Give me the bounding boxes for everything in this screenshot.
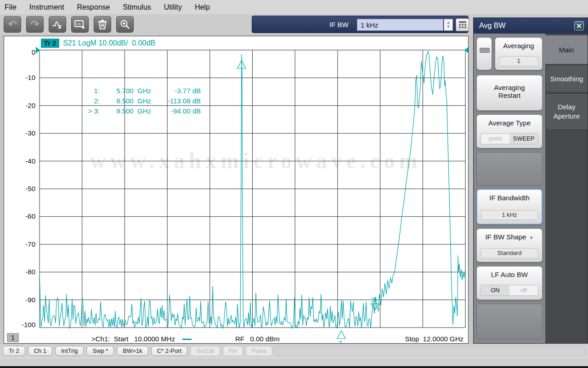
averaging-value: 1: [499, 56, 538, 66]
close-icon: [577, 23, 582, 28]
marker-readout-row: 2:8.500 GHz-113.08 dB: [32, 97, 201, 107]
add-trace-icon: [51, 19, 63, 30]
keypad-icon: [458, 21, 467, 29]
undo-icon: ↶: [8, 20, 17, 29]
menu-bar: FileInstrumentResponseStimulusUtilityHel…: [0, 0, 588, 14]
y-axis-label: -50: [5, 185, 35, 192]
if-bandwidth-value: 1 kHz: [481, 210, 538, 220]
marker-2: 2: [337, 331, 345, 344]
y-axis-label: -60: [5, 212, 35, 220]
ref-level-right-icon: [464, 47, 469, 53]
panel-tab-column: Main Smoothing Delay Aperture: [545, 34, 588, 343]
blank-softkey: [476, 152, 543, 186]
trace-color-dash: [182, 339, 192, 340]
status-button-tr-2[interactable]: Tr 2: [3, 346, 25, 356]
redo-button[interactable]: ↷: [26, 16, 44, 33]
menu-response[interactable]: Response: [77, 3, 110, 11]
tab-smoothing[interactable]: Smoothing: [545, 65, 588, 92]
y-axis-label: -10: [5, 74, 35, 81]
status-button-swp-[interactable]: Swp *: [86, 346, 114, 356]
average-type-point-option[interactable]: point: [481, 134, 509, 144]
panel-close-button[interactable]: [574, 21, 584, 30]
averaging-button[interactable]: Averaging 1: [495, 37, 543, 70]
if-bandwidth-button[interactable]: IF Bandwidth 1 kHz: [476, 189, 543, 225]
start-frequency-text: >Ch1: Start 10.0000 MHz: [91, 335, 175, 343]
ifbw-entry-bar: IF BW ▲ ▼: [252, 16, 469, 33]
bottom-edge: [0, 366, 588, 368]
add-trace-button[interactable]: [49, 16, 66, 33]
average-type-button[interactable]: Average Type point SWEEP: [476, 114, 543, 148]
status-button-srccal[interactable]: SrcCal: [190, 346, 220, 356]
vna-application-window: FileInstrumentResponseStimulusUtilityHel…: [0, 0, 588, 368]
menu-instrument[interactable]: Instrument: [29, 3, 64, 11]
add-channel-button[interactable]: Ch: [71, 16, 89, 33]
panel-title: Avg BW: [479, 22, 506, 29]
lf-auto-bw-off-option[interactable]: off: [509, 285, 538, 295]
lf-auto-bw-on-option[interactable]: ON: [481, 285, 509, 295]
marker-readout-row: > 3:9.500 GHz-94.00 dB: [32, 107, 201, 117]
ifbw-spinner[interactable]: ▲ ▼: [444, 19, 453, 31]
status-button-pulse[interactable]: Pulse: [246, 346, 273, 356]
avg-bw-panel: Avg BW Main Smoothing Delay Aperture Ave…: [473, 17, 588, 344]
y-axis-label: -100: [5, 321, 35, 328]
svg-text:3: 3: [371, 296, 375, 304]
zoom-in-icon: [119, 19, 130, 30]
plot-window: 23 Tr 2 S21 LogM 10.00dB/ 0.00dB 0-10-20…: [4, 36, 469, 344]
if-bw-shape-button[interactable]: IF BW Shape▼ Standard: [476, 228, 543, 262]
y-axis-label: -30: [5, 129, 35, 137]
average-type-sweep-option[interactable]: SWEEP: [509, 134, 538, 144]
averaging-toggle-led: [480, 48, 490, 53]
status-button-c-2-port[interactable]: C* 2-Port: [151, 346, 187, 356]
status-button-ch-1[interactable]: Ch 1: [28, 346, 52, 356]
dropdown-arrow-icon: ▼: [529, 235, 534, 240]
menu-utility[interactable]: Utility: [164, 3, 182, 11]
delete-icon: [97, 19, 107, 30]
panel-header[interactable]: Avg BW: [474, 18, 588, 34]
y-axis-label: -90: [5, 296, 35, 304]
svg-text:2: 2: [339, 340, 342, 344]
trace-badge[interactable]: Tr 2: [41, 39, 59, 48]
y-axis-label: 0: [5, 48, 35, 56]
averaging-restart-button[interactable]: Averaging Restart: [476, 75, 543, 111]
if-bw-shape-value: Standard: [481, 248, 538, 258]
status-button-inttrig[interactable]: IntTrig: [55, 346, 84, 356]
blank-softkey: [476, 304, 543, 340]
average-type-segmented[interactable]: point SWEEP: [481, 133, 538, 144]
y-axis-label: -40: [5, 157, 35, 165]
tab-main[interactable]: Main: [545, 35, 588, 64]
menu-stimulus[interactable]: Stimulus: [123, 3, 151, 11]
menu-help[interactable]: Help: [195, 3, 210, 11]
y-axis-label: -20: [5, 102, 35, 109]
add-channel-icon: Ch: [74, 19, 86, 30]
status-bar: Tr 2Ch 1IntTrigSwp *BW=1kC* 2-PortSrcCal…: [0, 345, 588, 357]
status-empty-section: [275, 346, 585, 356]
panel-body: Main Smoothing Delay Aperture Averaging …: [474, 34, 588, 343]
rf-power-text: RF 0.00 dBm: [235, 335, 280, 343]
svg-text:Ch: Ch: [76, 22, 81, 26]
ifbw-label: IF BW: [329, 21, 349, 28]
status-button-fix[interactable]: Fix: [223, 346, 243, 356]
channel-badge[interactable]: 1: [7, 333, 19, 342]
spinner-down-icon[interactable]: ▼: [447, 25, 451, 29]
lf-auto-bw-segmented[interactable]: ON off: [481, 285, 538, 296]
y-axis-label: -80: [5, 268, 35, 276]
ifbw-input[interactable]: [357, 19, 443, 31]
zoom-button[interactable]: [116, 16, 134, 33]
menu-file[interactable]: File: [5, 3, 17, 11]
bottom-strip: [0, 357, 588, 366]
tab-delay-aperture[interactable]: Delay Aperture: [545, 93, 588, 130]
trace-header-text: S21 LogM 10.00dB/ 0.00dB: [63, 39, 155, 47]
y-axis-label: -70: [5, 240, 35, 248]
toolbar-buttons: ↶ ↷ Ch: [4, 16, 134, 33]
lf-auto-bw-button[interactable]: LF Auto BW ON off: [476, 266, 543, 300]
s21-plot: 23: [4, 36, 469, 344]
delete-button[interactable]: [94, 16, 111, 33]
stop-frequency-text: Stop 12.0000 GHz: [405, 335, 464, 343]
status-button-bw-1k[interactable]: BW=1k: [117, 346, 148, 356]
marker-readout: 1:5.700 GHz-3.77 dB2:8.500 GHz-113.08 dB…: [32, 87, 201, 117]
keypad-button[interactable]: [456, 18, 469, 31]
averaging-toggle-button[interactable]: [476, 37, 492, 70]
undo-button[interactable]: ↶: [4, 16, 21, 33]
marker-readout-row: 1:5.700 GHz-3.77 dB: [32, 87, 201, 97]
redo-icon: ↷: [31, 20, 39, 29]
